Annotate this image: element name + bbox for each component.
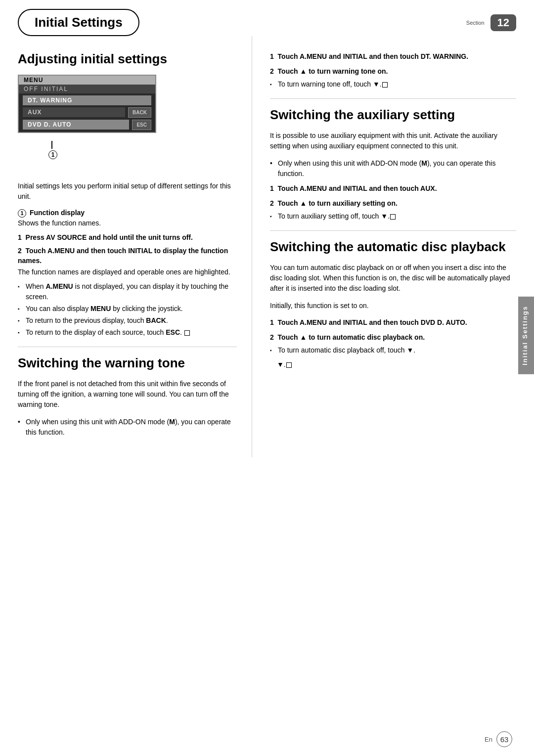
aux-step-1-heading: 1 Touch A.MENU and INITIAL and then touc…	[270, 184, 516, 194]
section-title-badge: Initial Settings	[18, 9, 139, 36]
menu-esc-btn: ESC	[132, 120, 151, 130]
callout-line-area: 1	[48, 141, 237, 159]
aux-step-2-bullets: To turn auxiliary setting off, touch ▼.	[270, 211, 516, 222]
bullet-amenu: When A.MENU is not displayed, you can di…	[18, 281, 237, 302]
footer-page: 63	[496, 731, 512, 747]
autodisc-step-2: 2 Touch ▲ to turn automatic disc playbac…	[270, 333, 516, 369]
intro-text: Initial settings lets you perform initia…	[18, 181, 237, 202]
menu-items: DT. WARNING AUX BACK DVD D. AUTO ESC	[19, 93, 155, 132]
menu-item-aux: AUX	[23, 107, 125, 117]
bullet-menu: You can also display MENU by clicking th…	[18, 304, 237, 314]
menu-screenshot: MENU OFF INITIAL DT. WARNING AUX BACK DV…	[18, 75, 156, 133]
autodisc-title: Switching the automatic disc playback	[270, 240, 516, 255]
autodisc-intro: You can turn automatic disc playback on …	[270, 263, 516, 294]
func-display-num: 1	[18, 209, 26, 218]
menu-row-2: AUX BACK	[23, 107, 151, 118]
aux-intro: It is possible to use auxiliary equipmen…	[270, 131, 516, 151]
steps-bullets: When A.MENU is not displayed, you can di…	[18, 281, 237, 338]
wt-step-1-heading: 1 Touch A.MENU and INITIAL and then touc…	[270, 52, 516, 62]
section-number: 12	[490, 14, 516, 31]
func-display-section: 1 Function display Shows the function na…	[18, 209, 237, 227]
wt-square-icon	[382, 82, 388, 88]
wt-step-1: 1 Touch A.MENU and INITIAL and then touc…	[270, 52, 516, 62]
callout-line	[51, 141, 52, 149]
adjusting-title: Adjusting initial settings	[18, 52, 237, 67]
func-display-text: Shows the function names.	[18, 219, 237, 227]
wt-bullet-off: To turn warning tone off, touch ▼.	[270, 79, 516, 89]
aux-bullet-1: Only when using this unit with ADD-ON mo…	[270, 158, 516, 179]
menu-row-off: OFF INITIAL	[19, 85, 155, 93]
aux-bullet-off: To turn auxiliary setting off, touch ▼.	[270, 211, 516, 222]
menu-item-dt-warning: DT. WARNING	[23, 95, 151, 105]
right-column: 1 Touch A.MENU and INITIAL and then touc…	[252, 36, 534, 457]
autodisc-step-2-heading: 2 Touch ▲ to turn automatic disc playbac…	[270, 333, 516, 343]
section-label: Section	[466, 20, 485, 26]
step-2-heading: 2 Touch A.MENU and then touch INITIAL to…	[18, 246, 237, 266]
autodisc-arrow-square: ▼.	[270, 360, 516, 368]
warning-bullet-1: Only when using this unit with ADD-ON mo…	[18, 417, 237, 438]
wt-step-2: 2 Touch ▲ to turn warning tone on. To tu…	[270, 67, 516, 90]
divider	[18, 347, 237, 347]
step-1-heading: 1 Press AV SOURCE and hold until the uni…	[18, 233, 237, 243]
sidebar-vertical-label: Initial Settings	[518, 297, 534, 374]
wt-step-2-heading: 2 Touch ▲ to turn warning tone on.	[270, 67, 516, 77]
wt-step-2-bullets: To turn warning tone off, touch ▼.	[270, 79, 516, 89]
aux-square-icon	[390, 214, 396, 220]
aux-bullets: Only when using this unit with ADD-ON mo…	[270, 158, 516, 179]
func-display-heading: 1 Function display	[18, 209, 237, 218]
page-header: Initial Settings Section 12	[0, 0, 534, 36]
menu-item-dvd: DVD D. AUTO	[23, 120, 129, 130]
callout-circle-1: 1	[48, 150, 57, 159]
menu-titlebar: MENU	[19, 76, 155, 85]
autodisc-square-icon	[286, 362, 292, 368]
aux-title: Switching the auxiliary setting	[270, 108, 516, 123]
autodisc-step-2-bullets: To turn automatic disc playback off, tou…	[270, 345, 516, 356]
aux-step-2: 2 Touch ▲ to turn auxiliary setting on. …	[270, 199, 516, 222]
aux-step-2-heading: 2 Touch ▲ to turn auxiliary setting on.	[270, 199, 516, 209]
menu-screenshot-wrapper: MENU OFF INITIAL DT. WARNING AUX BACK DV…	[18, 75, 237, 159]
divider-autodisc	[270, 230, 516, 231]
header-right: Section 12	[466, 14, 516, 31]
bullet-esc: To return to the display of each source,…	[18, 327, 237, 338]
warning-tone-intro: If the front panel is not detached from …	[18, 379, 237, 410]
step-2: 2 Touch A.MENU and then touch INITIAL to…	[18, 246, 237, 277]
autodisc-step-1: 1 Touch A.MENU and INITIAL and then touc…	[270, 318, 516, 328]
menu-back-btn: BACK	[128, 107, 151, 118]
autodisc-intro2: Initially, this function is set to on.	[270, 301, 516, 311]
esc-square-icon	[184, 330, 190, 336]
footer-lang: En	[485, 736, 492, 743]
step-1: 1 Press AV SOURCE and hold until the uni…	[18, 233, 237, 243]
warning-tone-title: Switching the warning tone	[18, 356, 237, 371]
divider-aux	[270, 98, 516, 99]
page-footer: En 63	[485, 731, 512, 747]
main-content: Adjusting initial settings MENU OFF INIT…	[0, 36, 534, 457]
autodisc-step-1-heading: 1 Touch A.MENU and INITIAL and then touc…	[270, 318, 516, 328]
left-column: Adjusting initial settings MENU OFF INIT…	[0, 36, 252, 457]
warning-tone-bullets: Only when using this unit with ADD-ON mo…	[18, 417, 237, 438]
step-2-body: The function names are displayed and ope…	[18, 267, 237, 277]
aux-step-1: 1 Touch A.MENU and INITIAL and then touc…	[270, 184, 516, 194]
menu-row-1: DT. WARNING	[23, 95, 151, 105]
autodisc-bullet-off: To turn automatic disc playback off, tou…	[270, 345, 516, 356]
bullet-back: To return to the previous display, touch…	[18, 315, 237, 326]
menu-row-3: DVD D. AUTO ESC	[23, 120, 151, 130]
